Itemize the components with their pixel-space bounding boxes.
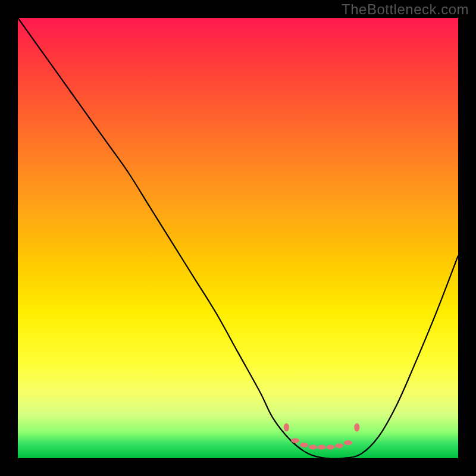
target-marker [335, 443, 343, 448]
target-range-markers [284, 423, 359, 449]
bottleneck-curve-path [18, 18, 458, 458]
target-marker [318, 445, 326, 450]
target-marker [344, 440, 352, 445]
watermark-text: TheBottleneck.com [342, 1, 469, 18]
target-marker [300, 443, 308, 447]
target-marker [354, 423, 359, 431]
target-marker [284, 423, 289, 431]
curve-layer [18, 18, 458, 458]
target-marker [309, 445, 317, 450]
target-marker [291, 438, 299, 443]
plot-area [18, 18, 458, 458]
target-marker [326, 445, 334, 450]
